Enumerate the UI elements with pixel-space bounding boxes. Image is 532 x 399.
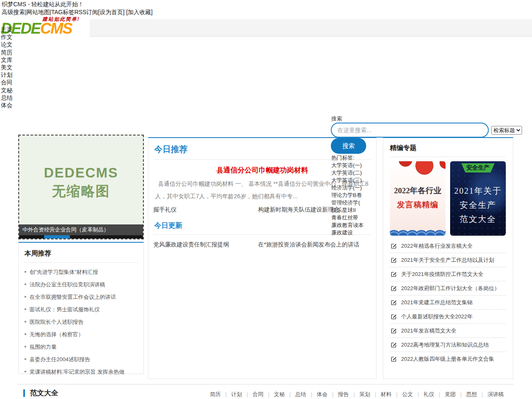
week-recommend-item[interactable]: 医院院长个人述职报告 xyxy=(24,316,138,328)
today-recommend-links-left: 握手礼仪工商局开展队伍教育整顿工作情况汇报娱乐狂欢活动策划瑞士商务礼仪 xyxy=(153,203,258,216)
topic-cards: 2022年各行业 发言稿精编 安全生产 2021年关于 安全生产 范文大全 xyxy=(390,161,506,236)
hot-tag-link[interactable]: 大学英语(一) xyxy=(331,162,364,169)
bullet-icon xyxy=(25,271,26,273)
edit-icon xyxy=(391,271,397,277)
week-recommend-item[interactable]: 创"先进学习型集体"材料汇报 xyxy=(24,266,138,278)
placeholder-line2: 无缩略图 xyxy=(19,182,143,200)
edit-icon xyxy=(391,299,397,305)
hot-tag-link[interactable]: 管理经济学( xyxy=(331,199,364,207)
search-scope-select[interactable]: 检索标题 xyxy=(491,126,522,135)
category-link[interactable]: 体会 xyxy=(317,391,338,398)
today-update-links-left: 党风廉政建设责任制汇报提纲国庆通宵晚会主持稿述职报告（校长）综合办主任述职报告教… xyxy=(153,238,258,251)
topic-card-speeches[interactable]: 2022年各行业 发言稿精编 xyxy=(390,161,446,236)
hot-tag-link[interactable]: 理论力学B卷 xyxy=(331,192,364,199)
bullet-icon xyxy=(25,371,26,372)
category-link[interactable]: 公文 xyxy=(402,391,423,398)
bullet-icon xyxy=(25,358,26,360)
topic-item[interactable]: 2021年发言稿范文大全 xyxy=(390,324,506,338)
topics-panel: 精编专题 2022年各行业 发言稿精编 安全生产 2021年关于 安全生产 范文… xyxy=(383,137,513,379)
search-input[interactable] xyxy=(331,123,489,138)
bullet-icon xyxy=(25,283,26,285)
topic-card-safety[interactable]: 安全生产 2021年关于 安全生产 范文大全 xyxy=(450,161,506,236)
category-link[interactable]: 简历 xyxy=(210,391,231,398)
topic-item[interactable]: 个人最新述职报告大全2022年 xyxy=(390,310,506,324)
card-text-line3: 范文大全 xyxy=(450,214,506,225)
week-recommend-item[interactable]: 法院办公室主任职位竞职演讲稿 xyxy=(24,278,138,291)
topic-item[interactable]: 2022高考地理复习方法和知识点总结 xyxy=(390,338,506,352)
category-link[interactable]: 礼仪 xyxy=(424,391,445,398)
bullet-icon xyxy=(25,333,26,335)
week-recommend-item[interactable]: 无悔的选择（检察官） xyxy=(24,328,138,341)
header-quick-links[interactable]: 高级搜索|网站地图|TAG标签RSS订阅[设为首页] [加入收藏] xyxy=(2,9,153,16)
topic-item[interactable]: 2021年关于安全生产工作总结以及计划 xyxy=(390,253,506,267)
card-text-line1: 2022年各行业 xyxy=(390,185,446,196)
topic-item[interactable]: 2021年党建工作总结范文集锦 xyxy=(390,296,506,310)
hot-tag-link[interactable]: 大学英语(三) xyxy=(331,177,364,184)
category-link[interactable]: 策划 xyxy=(360,391,381,398)
hot-tag-link[interactable]: 快乐星球II xyxy=(331,207,364,214)
nav-item[interactable]: 体会 xyxy=(1,101,12,109)
category-link[interactable]: 党团 xyxy=(445,391,466,398)
category-link[interactable]: 总结 xyxy=(295,391,316,398)
hot-tags-list: 大学英语(一)大学英语(二)大学英语(三)经济法学(一)理论力学B卷管理经济学(… xyxy=(331,162,364,169)
bullet-icon xyxy=(25,321,26,323)
wave-decoration xyxy=(390,227,446,236)
nav-item[interactable]: 简历 xyxy=(1,49,12,56)
slider-caption[interactable]: 中外合资经营企业合同（皮革制品） xyxy=(19,224,143,235)
bullet-icon xyxy=(25,308,26,310)
week-recommend-item[interactable]: 氛围的力量 xyxy=(24,341,138,353)
category-link[interactable]: 思想 xyxy=(466,391,488,398)
card-badge: 安全生产 xyxy=(461,163,495,172)
hot-tag-link[interactable]: 廉政建设 xyxy=(331,229,364,236)
topic-item[interactable]: 2022人教版四年级上册各单元作文合集 xyxy=(390,352,506,366)
featured-slider[interactable]: DEDECMS 无缩略图 中外合资经营企业合同（皮革制品） xyxy=(18,135,144,239)
category-link[interactable]: 报告 xyxy=(338,391,359,398)
week-recommend-item[interactable]: 面试礼仪：男士面试服饰礼仪 xyxy=(24,303,138,316)
week-recommend-item[interactable]: 在全市双拥暨安置工作会议上的讲话 xyxy=(24,291,138,303)
article-link[interactable]: 在*旅游投资洽谈会新闻发布会上的讲话 xyxy=(258,238,371,251)
article-link[interactable]: 握手礼仪 xyxy=(153,203,258,216)
nav-item[interactable]: 文库 xyxy=(1,56,12,64)
site-logo[interactable]: 建站如此简单! DEDECMS xyxy=(0,17,90,37)
edit-icon xyxy=(391,342,397,348)
category-link[interactable]: 演讲稿 xyxy=(488,391,504,398)
hot-tag-link[interactable]: 经济法学(一) xyxy=(331,184,364,192)
hot-tag-link[interactable]: 青春红丝带 xyxy=(331,214,364,222)
topic-item[interactable]: 关于2021年疫情防控工作范文大全 xyxy=(390,267,506,281)
topic-item[interactable]: 2022年精选各行业发言稿大全 xyxy=(390,239,506,253)
hot-tag-link[interactable]: 大学英语(二) xyxy=(331,169,364,177)
hot-tags: 热门标签: 大学英语(一)大学英语(二)大学英语(三)经济法学(一)理论力学B卷… xyxy=(331,154,364,169)
category-link[interactable]: 材料 xyxy=(381,391,402,398)
category-link[interactable]: 文秘 xyxy=(274,391,295,398)
topics-title: 精编专题 xyxy=(390,144,506,153)
topic-item[interactable]: 2022年政府部门工作计划大全（各岗位） xyxy=(390,281,506,296)
page: 织梦CMS - 轻松建站从此开始！ 高级搜索|网站地图|TAG标签RSS订阅[设… xyxy=(0,0,532,399)
article-link[interactable]: 党风廉政建设责任制汇报提纲 xyxy=(153,238,258,251)
nav-item[interactable]: 计划 xyxy=(1,71,12,79)
nav-item[interactable]: 作文 xyxy=(1,33,12,41)
search-button[interactable]: 搜索 xyxy=(331,138,366,154)
topic-list: 2022年精选各行业发言稿大全 2021年关于安全生产工作总结以及计划 xyxy=(390,239,506,366)
card-text-line1: 2021年关于 xyxy=(450,185,506,197)
slider-pagination[interactable] xyxy=(19,235,143,239)
nav-item[interactable]: 总结 xyxy=(1,94,12,101)
footer-section-title: 范文大全 xyxy=(23,389,58,397)
nav-item[interactable]: 合同 xyxy=(1,79,12,86)
divider xyxy=(24,262,138,263)
hot-tag-link[interactable]: 廉政教育读本 xyxy=(331,222,364,229)
edit-icon xyxy=(391,257,397,263)
nav-item[interactable]: 文秘 xyxy=(1,86,12,94)
edit-icon xyxy=(391,285,397,291)
category-link[interactable]: 计划 xyxy=(231,391,252,398)
nav-item[interactable]: 美文 xyxy=(1,64,12,71)
nav-item[interactable]: 论文 xyxy=(1,41,12,48)
no-thumbnail-placeholder: DEDECMS 无缩略图 xyxy=(19,164,143,200)
week-recommend-item[interactable]: 党课讲稿材料:牢记党的宗旨 发挥余热做 xyxy=(24,366,138,378)
site-title: 织梦CMS - 轻松建站从此开始！ xyxy=(2,1,84,8)
divider xyxy=(390,157,506,157)
nav-item[interactable]: 主页 xyxy=(1,26,12,33)
placeholder-line1: DEDECMS xyxy=(19,164,143,182)
week-recommend-item[interactable]: 县委办主任2004述职报告 xyxy=(24,353,138,366)
bullet-icon xyxy=(25,296,26,298)
category-link[interactable]: 合同 xyxy=(253,391,274,398)
